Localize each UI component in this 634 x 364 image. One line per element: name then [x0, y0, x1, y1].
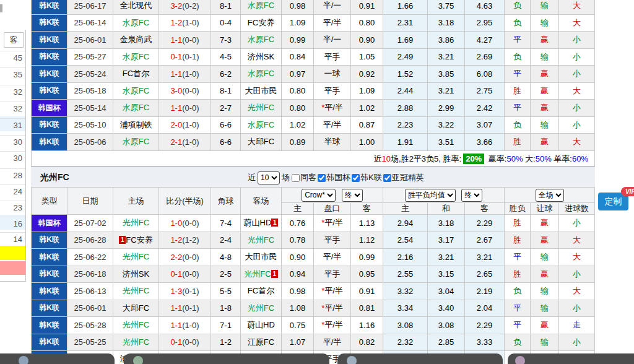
date-cell: 25-05-06: [67, 134, 113, 151]
goals-result-cell: 小: [559, 266, 595, 283]
away-team-name: 光州FC: [248, 354, 274, 363]
asia-away-odds-cell: 0.90: [351, 32, 383, 49]
score-cell: 1-2(1-2): [159, 232, 211, 249]
home-team-cell: 光州FC: [113, 215, 159, 232]
gwangju-history-table: 类型 日期 主场 比分(半场) 角球 客场 Crow* 终 胜平负均值 终: [31, 187, 595, 364]
euro-away-odds-cell: 2.82: [465, 351, 505, 364]
handicap-text: 平手: [324, 269, 341, 279]
score-cell: 2-0(1-0): [159, 116, 211, 134]
asia-home-odds-cell: 0.98: [282, 283, 314, 300]
table-row: 韩K联25-05-27水原FC0-1(0-1)4-5济州SK0.84平手1.05…: [32, 48, 595, 66]
subheader-result: 胜负: [505, 203, 531, 215]
odds-company-select[interactable]: Crow*: [302, 189, 336, 202]
sidebar-number: 28: [0, 171, 22, 181]
asia-final-select[interactable]: 终: [342, 189, 363, 202]
handicap-result-cell: 输: [531, 14, 559, 32]
handicap-result-cell: 输: [531, 283, 559, 300]
handicap-result-cell: 赢: [531, 134, 559, 151]
score-cell: 3-2(0-2): [159, 0, 211, 14]
filter-checkbox-3[interactable]: [352, 174, 360, 182]
scope-select[interactable]: 全场: [536, 189, 564, 202]
result-cell: 平: [505, 100, 531, 117]
euro-draw-odds-cell: 3.75: [428, 0, 465, 14]
home-team-cell: 浦项制铁: [113, 351, 159, 364]
asia-home-odds-cell: 0.94: [282, 266, 314, 283]
handicap-text: 平/半: [323, 120, 342, 129]
away-team-cell: FC安养: [241, 14, 282, 32]
filter-checkboxes: 同客韩国杯韩K联亚冠精英: [292, 172, 424, 183]
league-cell: 韩K联: [32, 82, 67, 100]
recent-matches-select[interactable]: 10: [258, 171, 280, 184]
away-team-cell: 大田市民: [241, 249, 282, 266]
halftime-score: (1-0): [182, 321, 199, 330]
asia-away-odds-cell: 0.99: [351, 249, 383, 266]
handicap-text: 平手: [324, 86, 341, 95]
home-team-cell: 光州FC: [113, 334, 159, 351]
away-team-name: 大田市民: [245, 86, 277, 95]
table-row: 韩K联25-05-24FC首尔1-1(1-0)6-2水原FC0.97一球0.92…: [32, 66, 595, 83]
away-team-name: 大田市民: [245, 252, 277, 261]
goals-result-cell: 小: [559, 66, 595, 83]
europe-avg-select[interactable]: 胜平负均值: [405, 189, 456, 202]
date-cell: 25-05-18: [67, 82, 113, 100]
asia-away-odds-cell: 0.80: [351, 14, 383, 32]
handicap-cell: 平/半: [314, 334, 351, 351]
home-team-name: 水原FC: [123, 52, 149, 61]
handicap-text: 平/半: [323, 252, 342, 261]
euro-draw-odds-cell: 2.99: [428, 100, 465, 117]
goals-result-cell: 走: [559, 317, 595, 334]
stats-count: 10: [382, 154, 391, 163]
handicap-text: 平/半: [324, 103, 343, 112]
asia-home-odds-cell: 0.80: [282, 82, 314, 100]
table-row: 韩K联25-06-18济州SK0-1(0-0)2-5光州FC10.94平手0.9…: [32, 266, 595, 283]
euro-draw-odds-cell: 3.40: [428, 300, 465, 317]
handicap-text: 平/半: [324, 218, 343, 227]
filter-option: 亚冠精英: [383, 172, 424, 183]
asia-away-odds-cell: 0.87: [351, 116, 383, 134]
date-cell: 25-05-27: [67, 48, 113, 66]
filter-checkbox-2[interactable]: [318, 174, 326, 182]
handicap-result-cell: 输: [531, 300, 559, 317]
home-team-cell: 1FC安养: [113, 232, 159, 249]
away-team-cell: 光州FC1: [241, 266, 282, 283]
home-team-cell: 光州FC: [113, 249, 159, 266]
table-row: 韩K联25-05-10浦项制铁2-0(1-0)6-6水原FC1.02平/半0.8…: [32, 116, 595, 134]
sidebar-row-line: [0, 217, 25, 217]
euro-draw-odds-cell: 3.22: [428, 116, 465, 134]
result-cell: 平: [505, 32, 531, 49]
filter-checkbox-4[interactable]: [383, 174, 391, 182]
goals-result-cell: 大: [559, 0, 595, 14]
date-cell: 25-06-28: [67, 232, 113, 249]
date-cell: 25-05-28: [67, 317, 113, 334]
sidebar-number: 32: [0, 104, 22, 114]
away-team-name: 水原FC: [248, 1, 274, 10]
league-cell: 韩K联: [32, 32, 67, 49]
date-cell: 25-05-14: [67, 100, 113, 117]
away-team-name: 水原FC: [248, 35, 274, 44]
goals-result-cell: 小: [559, 100, 595, 117]
asia-away-odds-cell: 0.81: [351, 300, 383, 317]
filter-checkbox-1[interactable]: [292, 174, 300, 182]
halftime-score: (1-0): [182, 18, 199, 27]
date-cell: 25-05-24: [67, 66, 113, 83]
europe-final-select[interactable]: 终: [461, 189, 482, 202]
asia-home-odds-cell: 1.09: [282, 14, 314, 32]
euro-home-odds-cell: 1.66: [383, 0, 428, 14]
halftime-score: (1-0): [182, 137, 199, 147]
fulltime-score: 1-1: [170, 103, 182, 113]
halftime-score: (0-0): [182, 253, 199, 262]
fulltime-score: 1-3: [170, 287, 182, 296]
euro-away-odds-cell: 2.69: [465, 48, 505, 66]
score-cell: 0-1(0-0): [159, 266, 211, 283]
euro-draw-odds-cell: 3.04: [428, 283, 465, 300]
asia-away-odds-cell: 1.02: [351, 100, 383, 117]
section-title: 光州FC: [40, 172, 69, 183]
handicap-text: 平/半: [323, 337, 342, 347]
home-team-cell: 水原FC: [113, 82, 159, 100]
sidebar-row-line: [0, 85, 25, 85]
home-team-cell: 大邱FC: [113, 300, 159, 317]
corner-cell: 2-7: [211, 100, 241, 117]
asia-home-odds-cell: 0.87: [282, 351, 314, 364]
col-header-date: 日期: [67, 188, 113, 215]
euro-draw-odds-cell: 3.21: [428, 82, 465, 100]
